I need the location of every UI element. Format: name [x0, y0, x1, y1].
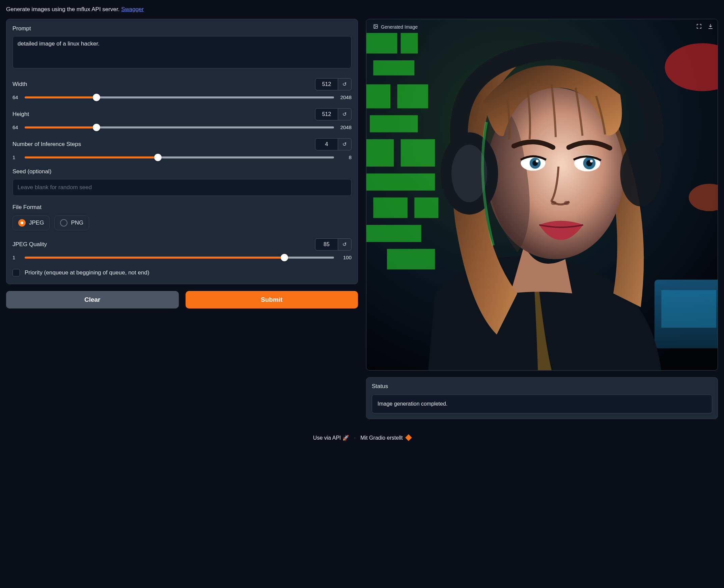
settings-panel: Prompt Width ↺ 64 2048: [6, 19, 358, 284]
file-format-label: File Format: [13, 204, 351, 211]
fullscreen-button[interactable]: [695, 23, 703, 30]
height-max: 2048: [339, 124, 351, 130]
svg-rect-5: [373, 60, 414, 76]
quality-max: 100: [339, 255, 351, 260]
submit-button[interactable]: Submit: [185, 291, 358, 309]
format-jpeg-radio[interactable]: JPEG: [13, 215, 49, 230]
clear-button[interactable]: Clear: [6, 291, 179, 309]
generated-image-panel: Generated Image: [366, 19, 718, 371]
image-caption: Generated Image: [370, 23, 421, 31]
priority-checkbox[interactable]: [13, 269, 20, 276]
width-max: 2048: [339, 94, 351, 100]
svg-point-27: [536, 160, 539, 163]
format-jpeg-label: JPEG: [29, 219, 44, 226]
footer: Use via API 🚀 · Mit Gradio erstellt: [6, 435, 718, 441]
fullscreen-icon: [696, 23, 702, 29]
image-icon: [373, 24, 378, 30]
separator: ·: [354, 435, 355, 441]
rocket-icon: 🚀: [342, 435, 349, 441]
reset-icon: ↺: [342, 241, 347, 248]
status-text: Image generation completed.: [372, 395, 712, 413]
image-caption-text: Generated Image: [381, 24, 418, 30]
svg-rect-12: [373, 197, 407, 218]
prompt-input[interactable]: [13, 36, 351, 68]
height-reset-button[interactable]: ↺: [338, 108, 351, 120]
prompt-label: Prompt: [13, 25, 351, 32]
steps-max: 8: [339, 154, 351, 160]
svg-point-33: [620, 141, 661, 206]
svg-point-28: [590, 160, 593, 163]
width-min: 64: [13, 94, 20, 100]
height-value-input[interactable]: [315, 108, 338, 120]
steps-value-input[interactable]: [315, 138, 338, 150]
width-label: Width: [13, 81, 27, 88]
svg-point-30: [564, 201, 569, 205]
quality-value-input[interactable]: [315, 238, 338, 251]
quality-min: 1: [13, 255, 20, 260]
gradio-icon: [405, 434, 412, 441]
width-value-input[interactable]: [315, 78, 338, 90]
use-via-api-link[interactable]: Use via API 🚀: [313, 435, 351, 441]
svg-rect-13: [414, 197, 438, 218]
svg-rect-7: [397, 84, 428, 108]
gradio-link[interactable]: Mit Gradio erstellt: [360, 435, 411, 441]
svg-rect-4: [401, 33, 418, 54]
reset-icon: ↺: [342, 141, 347, 147]
steps-label: Number of Inference Steps: [13, 141, 81, 148]
svg-rect-15: [387, 249, 435, 269]
reset-icon: ↺: [342, 81, 347, 87]
svg-rect-14: [366, 225, 421, 242]
steps-slider[interactable]: [25, 156, 334, 159]
height-label: Height: [13, 111, 29, 118]
steps-reset-button[interactable]: ↺: [338, 138, 351, 150]
width-reset-button[interactable]: ↺: [338, 78, 351, 90]
steps-min: 1: [13, 154, 20, 160]
download-button[interactable]: [707, 23, 714, 30]
format-png-radio[interactable]: PNG: [54, 215, 89, 230]
radio-icon: [18, 219, 26, 227]
svg-rect-8: [370, 115, 418, 132]
intro-text: Generate images using the mflux API serv…: [6, 6, 718, 13]
radio-icon: [60, 219, 67, 227]
svg-rect-19: [661, 290, 716, 328]
status-panel: Status Image generation completed.: [366, 377, 718, 419]
quality-reset-button[interactable]: ↺: [338, 238, 351, 251]
swagger-link[interactable]: Swagger: [121, 6, 144, 13]
seed-label: Seed (optional): [13, 168, 351, 175]
quality-label: JPEG Quality: [13, 241, 47, 248]
status-label: Status: [372, 383, 712, 390]
seed-input[interactable]: [13, 179, 351, 196]
svg-point-29: [551, 201, 556, 205]
priority-label: Priority (enqueue at beggining of queue,…: [25, 269, 149, 276]
quality-slider[interactable]: [25, 257, 334, 258]
format-png-label: PNG: [71, 219, 83, 226]
width-slider[interactable]: [25, 97, 334, 99]
svg-rect-9: [366, 139, 394, 167]
download-icon: [707, 23, 713, 29]
svg-rect-10: [401, 139, 435, 167]
height-slider[interactable]: [25, 126, 334, 128]
generated-image[interactable]: [366, 19, 718, 370]
intro-prefix: Generate images using the mflux API serv…: [6, 6, 121, 13]
svg-rect-6: [366, 84, 390, 108]
svg-rect-11: [366, 173, 435, 190]
svg-rect-3: [366, 33, 397, 54]
reset-icon: ↺: [342, 111, 347, 117]
height-min: 64: [13, 124, 20, 130]
svg-point-1: [375, 25, 375, 26]
